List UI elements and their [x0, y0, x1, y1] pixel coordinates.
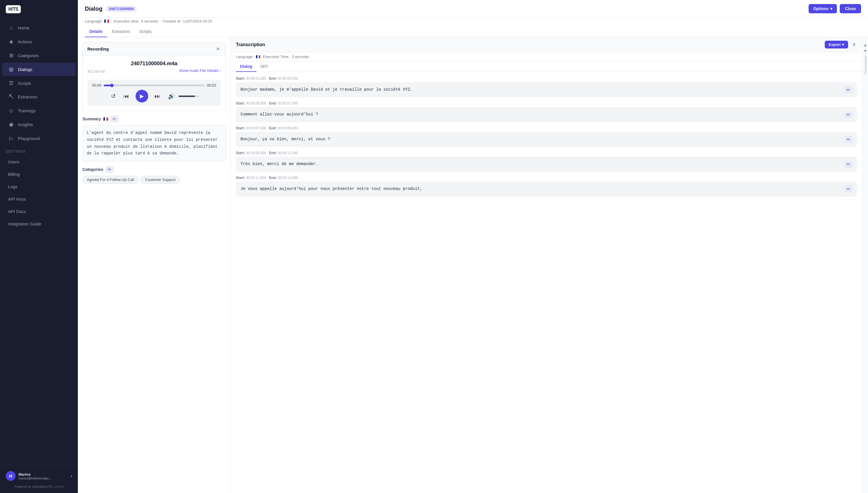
rail-up-arrow[interactable]: ▲: [864, 43, 867, 47]
recording-card-header: Recording ✕: [83, 42, 226, 56]
sidebar-label-trainings: Trainings: [18, 108, 36, 113]
tabs-row: DetailsExtractorsScripts: [78, 26, 868, 37]
user-name: Marios: [19, 472, 68, 476]
trans-text-entry5: Je vous appelle aujourd'hui pour vous pr…: [241, 186, 842, 192]
scripts-icon: ☰: [8, 80, 15, 86]
transcription-tabs: DialogSRT: [231, 62, 862, 72]
recording-card: Recording ✕ 240711000004.m4a 452.49 KB S…: [83, 42, 226, 111]
transcription-header-right: Export ▾ ✕: [825, 41, 857, 48]
transcription-close-button[interactable]: ✕: [851, 41, 857, 48]
sidebar-logo: H/TS: [0, 0, 78, 19]
trans-bubble-entry3: Bonjour, ça va bien, merci, et vous ? ✏: [236, 132, 857, 147]
tab-scripts[interactable]: Scripts: [135, 26, 156, 37]
volume-icon[interactable]: 🔊: [167, 91, 176, 101]
show-audio-link[interactable]: Show Audio File Details ›: [179, 68, 221, 73]
file-meta-row: 452.49 KB Show Audio File Details ›: [87, 68, 221, 77]
transcription-header: Transcription Export ▾ ✕: [231, 37, 862, 52]
sidebar-label-api-docs: API Docs: [8, 209, 26, 214]
trans-tab-srt[interactable]: SRT: [256, 62, 273, 72]
trans-text-entry1: Bonjour madame, je m'appelle David et je…: [241, 86, 842, 93]
logo-mark: H/TS: [6, 5, 21, 13]
trans-edit-button-entry4[interactable]: ✏: [844, 161, 852, 168]
close-button[interactable]: Close: [840, 4, 861, 13]
created-at-value: 11/07/2024 20:23: [183, 19, 212, 23]
sidebar-bottom: M Marios marios@helloworldpc.... › Power…: [0, 465, 78, 493]
progress-handle: [110, 84, 114, 87]
trans-edit-button-entry1[interactable]: ✏: [844, 86, 852, 93]
sidebar-label-api-keys: API Keys: [8, 197, 26, 201]
progress-bar-track[interactable]: [104, 85, 205, 86]
summary-label: Summary: [83, 116, 101, 121]
tab-details[interactable]: Details: [85, 26, 107, 37]
tab-extractors[interactable]: Extractors: [107, 26, 135, 37]
sidebar-item-actions[interactable]: ◈Actions: [2, 35, 75, 48]
chevron-down-icon: ▾: [830, 6, 832, 11]
powered-by: Powered by HelloWorld PC, v4.2.8: [4, 483, 74, 490]
dialog-id-badge: 240711000004: [106, 6, 137, 12]
categories-row: Agreed For A Follow-Up CallCustomer Supp…: [83, 176, 226, 184]
sidebar-item-users[interactable]: Users: [2, 156, 75, 168]
separator1: ·: [111, 19, 112, 23]
options-button[interactable]: Options ▾: [808, 4, 837, 13]
volume-slider[interactable]: [179, 95, 199, 97]
fast-forward-button[interactable]: ⏭: [154, 92, 161, 101]
time-total: 00:52: [207, 83, 216, 87]
categories-section: Categories ✏ Agreed For A Follow-Up Call…: [83, 166, 226, 184]
sidebar-item-trainings[interactable]: ◇Trainings: [2, 104, 75, 117]
play-button[interactable]: ▶: [136, 90, 148, 103]
summary-text: L'agent du centre d'appel nommé David re…: [83, 125, 226, 162]
sidebar-item-extractors[interactable]: ⛏Extractors: [2, 90, 75, 103]
language-label: Language:: [85, 19, 102, 23]
user-info: Marios marios@helloworldpc....: [19, 472, 68, 480]
trans-edit-button-entry2[interactable]: ✏: [844, 111, 852, 118]
execution-time-label: Execution time:: [114, 19, 139, 23]
categories-edit-button[interactable]: ✏: [106, 166, 114, 173]
sidebar-label-billing: Billing: [8, 172, 20, 177]
trans-time-entry5: Start: 00:00:11,000 End: 00:00:14,000: [236, 176, 857, 180]
category-badge-follow-up: Agreed For A Follow-Up Call: [83, 176, 138, 184]
sidebar-item-api-keys[interactable]: API Keys: [2, 193, 75, 205]
transcription-meta: Language: 🇫🇷 Execution Time: 3 seconds: [231, 52, 862, 62]
insights-icon: ◉: [8, 121, 15, 128]
sidebar-item-dialogs[interactable]: ◎Dialogs: [2, 63, 75, 76]
user-chevron-icon: ›: [71, 474, 72, 478]
sidebar-item-scripts[interactable]: ☰Scripts: [2, 77, 75, 90]
header-actions: Options ▾ Close: [808, 4, 861, 13]
summary-edit-button[interactable]: ✏: [111, 115, 118, 122]
sidebar-item-logs[interactable]: Logs: [2, 181, 75, 193]
rail-down-arrow[interactable]: ▼: [864, 49, 867, 53]
trans-exec-value: 3 seconds: [292, 55, 309, 59]
separator2: ·: [160, 19, 161, 23]
page-header: Dialog 240711000004 Options ▾ Close: [78, 0, 868, 18]
actions-icon: ◈: [8, 38, 15, 45]
sidebar-item-playground[interactable]: ▷Playground: [2, 132, 75, 145]
recording-card-title: Recording: [87, 46, 109, 51]
export-button[interactable]: Export ▾: [825, 41, 848, 48]
trans-tab-dialog[interactable]: Dialog: [236, 62, 256, 72]
sidebar-item-api-docs[interactable]: API Docs: [2, 206, 75, 217]
sidebar-label-playground: Playground: [18, 136, 40, 141]
user-profile[interactable]: M Marios marios@helloworldpc.... ›: [4, 469, 74, 483]
transcription-body: Start: 00:00:01,000 End: 00:00:05,000 Bo…: [231, 72, 862, 493]
trans-exec-label: Execution Time:: [263, 55, 290, 59]
categories-icon: ⊞: [8, 52, 15, 59]
recording-card-body: 240711000004.m4a 452.49 KB Show Audio Fi…: [83, 56, 226, 110]
progress-bar-fill: [104, 85, 112, 86]
audio-player: 00:00 00:52 ↺ ⏮ ▶ ⏭: [87, 80, 221, 106]
sidebar-item-categories[interactable]: ⊞Categories: [2, 49, 75, 62]
sidebar-item-billing[interactable]: Billing: [2, 168, 75, 180]
export-chevron-icon: ▾: [842, 42, 844, 47]
trans-edit-button-entry5[interactable]: ✏: [844, 186, 852, 193]
playground-icon: ▷: [8, 135, 15, 142]
sidebar-item-insights[interactable]: ◉Insights: [2, 118, 75, 131]
file-size: 452.49 KB: [87, 69, 105, 73]
trans-edit-button-entry3[interactable]: ✏: [844, 136, 852, 143]
sidebar-item-integration-guide[interactable]: Integration Guide: [2, 218, 75, 230]
rewind-button[interactable]: ⏮: [122, 92, 130, 101]
loop-button[interactable]: ↺: [110, 91, 117, 101]
file-name: 240711000004.m4a: [87, 61, 221, 67]
recording-close-button[interactable]: ✕: [215, 46, 221, 52]
sidebar: H/TS ⌂Home◈Actions⊞Categories◎Dialogs☰Sc…: [0, 0, 78, 493]
summary-header: Summary 🇫🇷 ✏: [83, 115, 226, 122]
sidebar-item-home[interactable]: ⌂Home: [2, 21, 75, 34]
